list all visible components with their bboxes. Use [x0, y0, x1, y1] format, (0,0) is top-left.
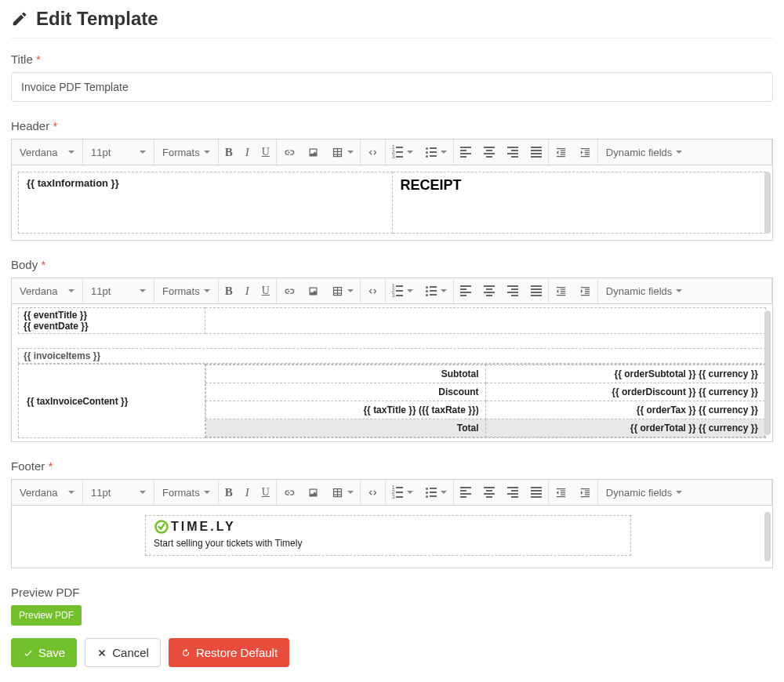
- preview-pdf-button[interactable]: Preview PDF: [11, 605, 82, 626]
- outdent-icon: [555, 487, 567, 499]
- bold-button[interactable]: B: [219, 140, 239, 165]
- italic-button[interactable]: I: [239, 278, 256, 303]
- title-input[interactable]: [11, 72, 773, 102]
- numlist-button[interactable]: 123: [386, 278, 419, 303]
- dynamic-fields-select[interactable]: Dynamic fields: [598, 480, 691, 505]
- image-button[interactable]: [301, 480, 325, 505]
- save-button[interactable]: Save: [11, 638, 77, 667]
- code-icon: [367, 487, 379, 499]
- code-icon: [367, 285, 379, 297]
- align-left-button[interactable]: [454, 480, 477, 505]
- align-center-button[interactable]: [477, 480, 501, 505]
- font-select[interactable]: Verdana: [12, 278, 82, 303]
- refresh-icon: [180, 648, 191, 658]
- code-icon: [367, 147, 379, 158]
- dynamic-fields-select[interactable]: Dynamic fields: [598, 278, 691, 303]
- footer-tagline: Start selling your tickets with Timely: [154, 538, 622, 549]
- pencil-icon: [11, 10, 28, 27]
- body-toolbar: Verdana 11pt Formats B I U 123: [11, 278, 773, 304]
- header-right-cell[interactable]: RECEIPT: [392, 172, 766, 234]
- underline-button[interactable]: U: [256, 140, 276, 165]
- body-editor[interactable]: {{ eventTitle }} {{ eventDate }} {{ invo…: [11, 304, 773, 442]
- code-button[interactable]: [361, 278, 385, 303]
- image-button[interactable]: [301, 140, 325, 165]
- font-select[interactable]: Verdana: [12, 140, 82, 165]
- header-editor[interactable]: {{ taxInformation }} RECEIPT: [11, 165, 773, 241]
- header-left-cell[interactable]: {{ taxInformation }}: [19, 172, 393, 234]
- invoice-items-cell[interactable]: {{ invoiceItems }}: [18, 348, 766, 364]
- underline-button[interactable]: U: [256, 278, 276, 303]
- code-button[interactable]: [361, 140, 385, 165]
- align-left-button[interactable]: [454, 278, 477, 303]
- link-button[interactable]: [277, 278, 301, 303]
- preview-label: Preview PDF: [11, 586, 773, 599]
- italic-button[interactable]: I: [239, 480, 256, 505]
- indent-button[interactable]: [573, 140, 597, 165]
- size-select[interactable]: 11pt: [83, 480, 154, 505]
- size-select[interactable]: 11pt: [83, 140, 154, 165]
- page-title: Edit Template: [11, 8, 773, 38]
- header-label: Header *: [11, 119, 773, 132]
- align-justify-button[interactable]: [524, 480, 548, 505]
- table-button[interactable]: [325, 140, 360, 165]
- image-icon: [307, 285, 319, 297]
- align-center-button[interactable]: [477, 140, 501, 165]
- indent-button[interactable]: [573, 480, 597, 505]
- link-icon: [283, 147, 295, 158]
- footer-toolbar: Verdana 11pt Formats B I U 123: [11, 479, 773, 506]
- outdent-button[interactable]: [549, 140, 573, 165]
- header-toolbar: Verdana 11pt Formats B I U 123: [11, 139, 773, 165]
- formats-select[interactable]: Formats: [154, 278, 218, 303]
- align-justify-button[interactable]: [524, 140, 548, 165]
- italic-button[interactable]: I: [239, 140, 256, 165]
- underline-button[interactable]: U: [256, 480, 276, 505]
- link-button[interactable]: [277, 140, 301, 165]
- formats-select[interactable]: Formats: [154, 140, 218, 165]
- align-right-button[interactable]: [501, 480, 524, 505]
- dynamic-fields-select[interactable]: Dynamic fields: [598, 140, 691, 165]
- indent-icon: [579, 147, 591, 158]
- table-icon: [332, 147, 343, 158]
- outdent-icon: [555, 147, 567, 158]
- bold-button[interactable]: B: [219, 480, 239, 505]
- align-justify-button[interactable]: [524, 278, 548, 303]
- numlist-button[interactable]: 123: [386, 480, 419, 505]
- image-icon: [307, 147, 319, 158]
- checkmark-clock-icon: [154, 519, 169, 535]
- indent-icon: [579, 285, 591, 297]
- table-icon: [332, 487, 343, 499]
- footer-editor[interactable]: TIME.LY Start selling your tickets with …: [11, 506, 773, 568]
- image-button[interactable]: [301, 278, 325, 303]
- outdent-icon: [555, 285, 567, 297]
- code-button[interactable]: [361, 480, 385, 505]
- align-right-button[interactable]: [501, 278, 524, 303]
- formats-select[interactable]: Formats: [154, 480, 218, 505]
- size-select[interactable]: 11pt: [83, 278, 154, 303]
- align-left-button[interactable]: [454, 140, 477, 165]
- bulletlist-button[interactable]: [419, 278, 453, 303]
- numlist-button[interactable]: 123: [386, 140, 419, 165]
- title-label: Title *: [11, 53, 773, 66]
- align-right-button[interactable]: [501, 140, 524, 165]
- restore-default-button[interactable]: Restore Default: [169, 638, 289, 667]
- link-button[interactable]: [277, 480, 301, 505]
- bulletlist-button[interactable]: [419, 140, 453, 165]
- footer-label: Footer *: [11, 459, 773, 473]
- font-select[interactable]: Verdana: [12, 480, 82, 505]
- bulletlist-button[interactable]: [419, 480, 453, 505]
- outdent-button[interactable]: [549, 480, 573, 505]
- link-icon: [283, 285, 295, 297]
- table-button[interactable]: [325, 480, 360, 505]
- body-label: Body *: [11, 258, 773, 271]
- align-center-button[interactable]: [477, 278, 501, 303]
- table-button[interactable]: [325, 278, 360, 303]
- bold-button[interactable]: B: [219, 278, 239, 303]
- close-icon: [96, 648, 107, 658]
- indent-icon: [579, 487, 591, 499]
- outdent-button[interactable]: [549, 278, 573, 303]
- image-icon: [307, 487, 319, 499]
- tax-content-cell[interactable]: {{ taxInvoiceContent }}: [19, 365, 205, 438]
- indent-button[interactable]: [573, 278, 597, 303]
- link-icon: [283, 487, 295, 499]
- cancel-button[interactable]: Cancel: [85, 638, 161, 667]
